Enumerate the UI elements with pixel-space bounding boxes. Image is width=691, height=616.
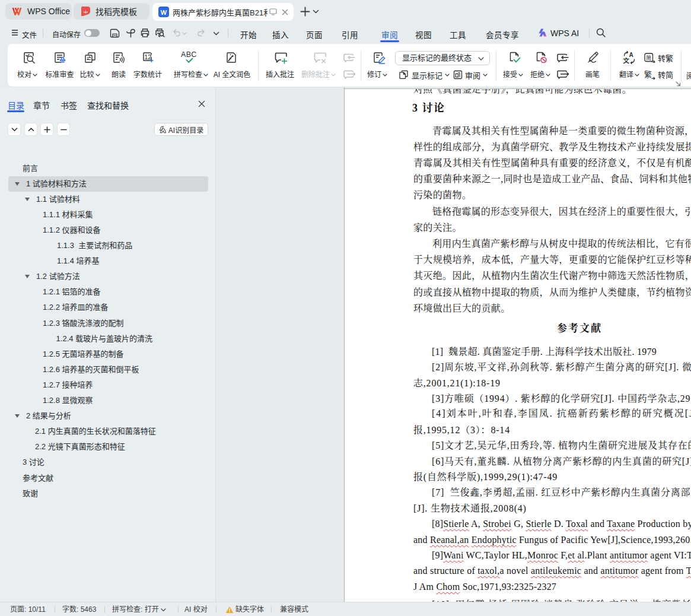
svg-text:A: A bbox=[629, 52, 633, 58]
svg-text:繁: 繁 bbox=[644, 69, 652, 78]
svg-text:文: 文 bbox=[623, 57, 630, 64]
svg-text:12: 12 bbox=[144, 53, 151, 61]
svg-text:ABC: ABC bbox=[181, 50, 197, 59]
svg-text:W: W bbox=[161, 9, 167, 16]
svg-text:简: 简 bbox=[646, 54, 651, 61]
